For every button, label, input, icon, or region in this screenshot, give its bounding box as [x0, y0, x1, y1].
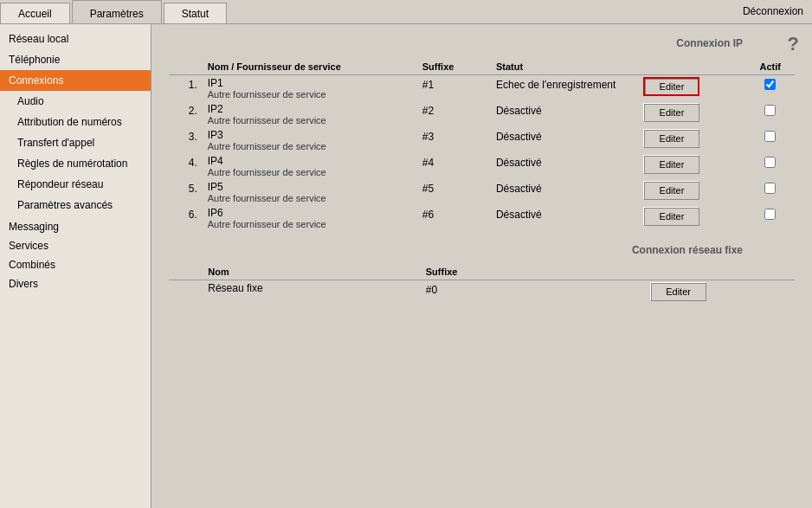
ip-table-row: 3. IP3 Autre fournisseur de service #3 D…	[169, 127, 795, 153]
suffix-cell-4: #5	[417, 179, 491, 205]
tab-parametres[interactable]: Paramètres	[72, 0, 162, 23]
sidebar-item-reseau-local[interactable]: Réseau local	[0, 29, 151, 49]
provider-name-4: IP5	[208, 181, 412, 193]
sidebar-item-combines[interactable]: Combinés	[0, 254, 151, 273]
edit-button-2[interactable]: Editer	[643, 129, 699, 148]
fixed-col-num-header	[169, 263, 203, 280]
active-checkbox-5[interactable]	[764, 209, 776, 220]
row-num-3: 4.	[169, 153, 203, 179]
ip-table-row: 4. IP4 Autre fournisseur de service #4 D…	[169, 153, 795, 179]
sidebar-item-connexions[interactable]: Connexions	[0, 70, 151, 91]
logout-button[interactable]: Déconnexion	[743, 5, 803, 17]
status-cell-4: Désactivé	[491, 179, 638, 205]
edit-cell-5: Editer	[638, 205, 745, 231]
edit-cell-0: Editer	[638, 75, 745, 102]
suffix-cell-1: #2	[417, 101, 491, 127]
fixed-connections-table: Nom Suffixe Réseau fixe #0 Editer	[169, 263, 795, 303]
provider-sub-0: Autre fournisseur de service	[208, 89, 412, 100]
provider-cell-1: IP2 Autre fournisseur de service	[203, 101, 417, 127]
sidebar-item-telephonie[interactable]: Téléphonie	[0, 49, 151, 70]
help-icon[interactable]: ?	[788, 33, 799, 55]
fixed-status-cell-0	[495, 280, 645, 304]
fixed-section-title: Connexion réseau fixe	[169, 244, 795, 256]
sidebar-item-repondeur[interactable]: Répondeur réseau	[0, 174, 151, 195]
status-cell-1: Désactivé	[491, 101, 638, 127]
sidebar-item-transfert[interactable]: Transfert d'appel	[0, 132, 151, 153]
fixed-table-row: Réseau fixe #0 Editer	[169, 280, 795, 304]
active-cell-5	[745, 205, 795, 231]
active-checkbox-3[interactable]	[764, 157, 776, 168]
edit-button-0[interactable]: Editer	[643, 77, 699, 96]
status-cell-3: Désactivé	[491, 153, 638, 179]
row-num-1: 2.	[169, 101, 203, 127]
sidebar-item-regles[interactable]: Règles de numérotation	[0, 153, 151, 174]
provider-cell-0: IP1 Autre fournisseur de service	[203, 75, 417, 102]
edit-button-5[interactable]: Editer	[643, 207, 699, 226]
fixed-active-cell-0	[754, 280, 795, 304]
fixed-edit-button-0[interactable]: Editer	[650, 282, 706, 301]
content-area: ? Connexion IP Nom / Fournisseur de serv…	[151, 24, 812, 508]
active-cell-0	[745, 75, 795, 102]
ip-section-title: Connexion IP	[169, 37, 795, 49]
sidebar-item-attribution[interactable]: Attribution de numéros	[0, 112, 151, 132]
col-status-header: Statut	[491, 58, 638, 75]
provider-sub-5: Autre fournisseur de service	[208, 219, 412, 229]
edit-cell-4: Editer	[638, 179, 745, 205]
edit-button-3[interactable]: Editer	[643, 155, 699, 174]
col-active-header: Actif	[745, 58, 795, 75]
ip-table-row: 1. IP1 Autre fournisseur de service #1 E…	[169, 75, 795, 102]
sidebar-item-services[interactable]: Services	[0, 235, 151, 254]
col-edit-header	[638, 58, 745, 75]
fixed-provider-name-0: Réseau fixe	[208, 282, 415, 294]
edit-cell-2: Editer	[638, 127, 745, 153]
provider-cell-2: IP3 Autre fournisseur de service	[203, 127, 417, 153]
main-container: Réseau local Téléphonie Connexions Audio…	[0, 24, 812, 508]
fixed-edit-cell-0: Editer	[645, 280, 754, 304]
ip-table-row: 5. IP5 Autre fournisseur de service #5 D…	[169, 179, 795, 205]
sidebar-item-divers[interactable]: Divers	[0, 273, 151, 292]
active-cell-4	[745, 179, 795, 205]
ip-connections-table: Nom / Fournisseur de service Suffixe Sta…	[169, 58, 795, 231]
fixed-col-status-header	[495, 263, 645, 280]
status-cell-2: Désactivé	[491, 127, 638, 153]
fixed-suffix-cell-0: #0	[421, 280, 495, 304]
active-checkbox-0[interactable]	[764, 79, 776, 90]
fixed-provider-cell-0: Réseau fixe	[203, 280, 420, 304]
provider-cell-3: IP4 Autre fournisseur de service	[203, 153, 417, 179]
sidebar: Réseau local Téléphonie Connexions Audio…	[0, 24, 151, 508]
provider-sub-3: Autre fournisseur de service	[208, 167, 412, 177]
suffix-cell-0: #1	[417, 75, 491, 102]
edit-button-4[interactable]: Editer	[643, 181, 699, 200]
provider-sub-2: Autre fournisseur de service	[208, 141, 412, 151]
provider-name-5: IP6	[208, 207, 412, 219]
provider-name-3: IP4	[208, 155, 412, 167]
fixed-col-edit-header	[645, 263, 754, 280]
suffix-cell-2: #3	[417, 127, 491, 153]
provider-sub-1: Autre fournisseur de service	[208, 115, 412, 125]
sidebar-item-messaging[interactable]: Messaging	[0, 215, 151, 235]
provider-name-2: IP3	[208, 129, 412, 141]
row-num-4: 5.	[169, 179, 203, 205]
edit-cell-3: Editer	[638, 153, 745, 179]
sidebar-item-audio[interactable]: Audio	[0, 91, 151, 112]
fixed-row-num-0	[169, 280, 203, 304]
col-num-header	[169, 58, 203, 75]
status-cell-5: Désactivé	[491, 205, 638, 231]
row-num-5: 6.	[169, 205, 203, 231]
active-checkbox-2[interactable]	[764, 131, 776, 142]
edit-button-1[interactable]: Editer	[643, 103, 699, 122]
active-checkbox-4[interactable]	[764, 183, 776, 194]
provider-sub-4: Autre fournisseur de service	[208, 193, 412, 203]
top-bar: Accueil Paramètres Statut Déconnexion	[0, 0, 812, 24]
fixed-col-active-header	[754, 263, 795, 280]
active-cell-2	[745, 127, 795, 153]
provider-name-0: IP1	[208, 77, 412, 89]
active-checkbox-1[interactable]	[764, 105, 776, 116]
tab-statut[interactable]: Statut	[164, 3, 227, 23]
status-cell-0: Echec de l'enregistrement	[491, 75, 638, 102]
provider-name-1: IP2	[208, 103, 412, 115]
col-name-header: Nom / Fournisseur de service	[203, 58, 417, 75]
tab-accueil[interactable]: Accueil	[0, 3, 70, 23]
provider-cell-4: IP5 Autre fournisseur de service	[203, 179, 417, 205]
sidebar-item-parametres-avances[interactable]: Paramètres avancés	[0, 195, 151, 215]
